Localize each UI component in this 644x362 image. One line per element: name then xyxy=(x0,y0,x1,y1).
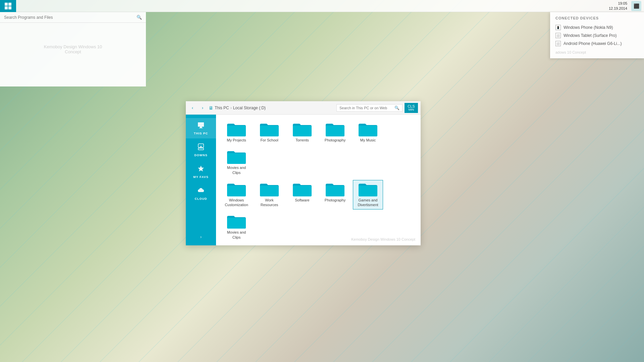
file-benefits-metal-music[interactable]: Benefits of Metal Music xyxy=(221,245,252,245)
file-whater-had-memory[interactable]: Whater had Memory xyxy=(287,245,317,245)
min-label: MIN xyxy=(409,108,414,111)
taskbar: 19:05 12.19.2014 ⬛ xyxy=(0,0,644,12)
folder-label: My Music xyxy=(360,138,376,142)
downs-icon xyxy=(197,143,205,152)
devices-watermark: adows 10 Concept xyxy=(555,50,639,54)
svg-rect-7 xyxy=(260,126,279,136)
device-item[interactable]: ⬜ Android Phone (Huawei G6-Li...) xyxy=(555,40,639,48)
folder-row-2: Windows Customization Work Resources xyxy=(221,180,415,242)
search-input[interactable] xyxy=(4,15,137,20)
downs-label: DOWNS xyxy=(194,154,208,157)
back-button[interactable]: ‹ xyxy=(189,104,197,112)
svg-rect-14 xyxy=(293,186,312,196)
taskbar-right: 19:05 12.19.2014 ⬛ xyxy=(609,1,644,11)
explorer-search-icon: 🔍 xyxy=(394,106,399,110)
sidebar-item-this-pc[interactable]: THIS PC xyxy=(186,118,216,138)
breadcrumb-child[interactable]: Local Storage (:D) xyxy=(233,106,266,110)
file-lucid-dreams[interactable]: Lucid Dreams Document... xyxy=(254,245,284,245)
folder-photography-1[interactable]: Photography xyxy=(320,120,350,145)
folder-my-music[interactable]: My Music xyxy=(353,120,383,145)
file-evanescence-hauted[interactable]: Evanescence - Hauted xyxy=(353,245,383,245)
search-window: 🔍 Kemoboy Design Windows 10 Concept xyxy=(0,12,146,86)
folder-windows-customization[interactable]: Windows Customization xyxy=(221,180,252,210)
folder-icon xyxy=(227,182,246,196)
svg-marker-5 xyxy=(198,166,204,172)
svg-rect-1 xyxy=(200,127,202,128)
folder-software[interactable]: Software xyxy=(287,180,317,210)
folder-icon xyxy=(227,215,246,229)
sidebar-scroll-down[interactable]: › xyxy=(200,235,202,239)
this-pc-label: THIS PC xyxy=(194,132,208,135)
folder-torrents[interactable]: Torrents xyxy=(287,120,317,145)
folder-icon xyxy=(227,150,246,164)
explorer-body: THIS PC DOWNS MY FAVS xyxy=(186,115,421,245)
folder-icon xyxy=(326,182,344,196)
folder-label: Photography xyxy=(325,198,345,202)
folder-label: Work Resources xyxy=(257,198,282,207)
folder-work-resources[interactable]: Work Resources xyxy=(254,180,284,210)
sidebar-item-downs[interactable]: DOWNS xyxy=(186,140,216,160)
svg-rect-9 xyxy=(326,126,344,136)
folder-icon xyxy=(293,122,312,136)
folder-games-divertisment[interactable]: Games and Divertisment xyxy=(353,180,383,210)
cloud-icon xyxy=(197,187,205,196)
favs-icon xyxy=(197,165,205,174)
cls-button[interactable]: CLS MIN xyxy=(405,103,418,113)
device-item[interactable]: ⬜ Windows Tablet (Surface Pro) xyxy=(555,32,639,40)
svg-rect-11 xyxy=(227,153,246,164)
folder-for-school[interactable]: For School xyxy=(254,120,284,145)
folder-icon xyxy=(260,182,279,196)
folder-label: Movies and Clips xyxy=(224,165,249,175)
folder-icon xyxy=(227,122,246,136)
svg-rect-16 xyxy=(359,186,377,196)
phone-icon: 📱 xyxy=(555,25,561,30)
cls-label: CLS xyxy=(408,105,415,108)
folder-icon xyxy=(359,182,377,196)
search-bar[interactable]: 🔍 xyxy=(0,12,146,23)
cloud-label: CLOUD xyxy=(195,197,207,200)
clock-display: 19:05 12.19.2014 xyxy=(609,1,627,11)
breadcrumb-root[interactable]: This PC xyxy=(215,106,229,110)
explorer-search-input[interactable] xyxy=(339,106,393,110)
explorer-search-box[interactable]: 🔍 xyxy=(336,104,402,112)
folder-movies-clips-2[interactable]: Movies and Clips xyxy=(221,212,252,242)
computer-icon: 🖥 xyxy=(209,105,213,111)
folder-icon xyxy=(260,122,279,136)
search-watermark: Kemoboy Design Windows 10 Concept xyxy=(37,44,110,54)
my-favs-label: MY FAVS xyxy=(193,175,209,179)
folder-label: Torrents xyxy=(296,138,309,142)
folder-my-projects[interactable]: My Projects xyxy=(221,120,252,145)
file-row-3: Benefits of Metal Music Lucid Dre xyxy=(221,245,415,245)
svg-rect-15 xyxy=(326,186,344,196)
devices-list: 📱 Windows Phone (Nokia N9) ⬜ Windows Tab… xyxy=(555,23,639,48)
file-grid: My Projects For School xyxy=(216,115,421,245)
folder-movies-clips-1[interactable]: Movies and Clips xyxy=(221,147,252,177)
file-cookies-and-tea[interactable]: Cookies and Tea xyxy=(320,245,350,245)
explorer-header: ‹ › 🖥 This PC › Local Storage (:D) 🔍 CLS… xyxy=(186,101,421,115)
folder-label: My Projects xyxy=(227,138,246,142)
folder-photography-2[interactable]: Photography xyxy=(320,180,350,210)
clock-date: 12.19.2014 xyxy=(609,6,627,11)
sidebar-item-cloud[interactable]: CLOUD xyxy=(186,183,216,204)
explorer-watermark: Kemoboy Design Windows 10 Concept xyxy=(351,237,415,241)
forward-button[interactable]: › xyxy=(199,104,207,112)
android-icon: ⬜ xyxy=(555,41,561,46)
sidebar-item-my-favs[interactable]: MY FAVS xyxy=(186,162,216,182)
folder-icon xyxy=(326,122,344,136)
svg-rect-4 xyxy=(198,148,204,150)
folder-label: For School xyxy=(260,138,278,142)
svg-rect-8 xyxy=(293,126,312,136)
clock-time: 19:05 xyxy=(609,1,627,6)
explorer-sidebar: THIS PC DOWNS MY FAVS xyxy=(186,115,216,245)
this-pc-icon xyxy=(197,121,205,130)
svg-rect-0 xyxy=(198,122,204,127)
device-label: Windows Tablet (Surface Pro) xyxy=(564,33,617,38)
device-item[interactable]: 📱 Windows Phone (Nokia N9) xyxy=(555,23,639,32)
start-button[interactable] xyxy=(0,0,16,12)
folder-label: Games and Divertisment xyxy=(355,198,381,207)
svg-rect-10 xyxy=(359,126,377,136)
explorer-buttons: CLS MIN xyxy=(405,103,418,113)
folder-row-1: My Projects For School xyxy=(221,120,415,177)
breadcrumb: 🖥 This PC › Local Storage (:D) xyxy=(209,105,334,111)
network-icon[interactable]: ⬛ xyxy=(631,1,641,11)
